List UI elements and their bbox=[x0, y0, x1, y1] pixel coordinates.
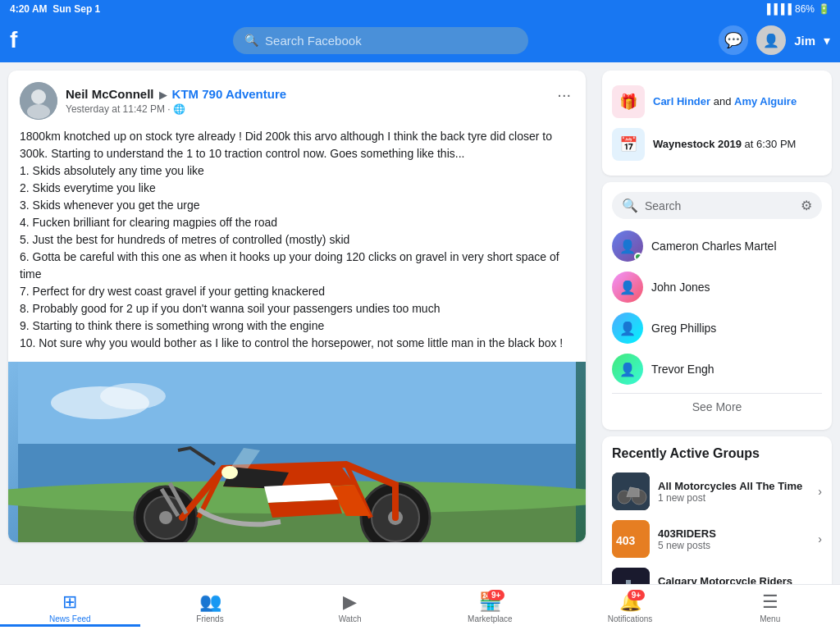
contacts-settings-button[interactable]: ⚙ bbox=[801, 198, 812, 213]
contacts-card: 🔍 ⚙ 👤 Cameron Charles Martel 👤 John Jone… bbox=[602, 182, 832, 430]
post-card: Neil McConnell ▶ KTM 790 Adventure Yeste… bbox=[8, 71, 586, 542]
nav-item-friends[interactable]: 👥 Friends bbox=[140, 588, 281, 627]
watch-label: Watch bbox=[339, 614, 362, 623]
feed: Neil McConnell ▶ KTM 790 Adventure Yeste… bbox=[0, 62, 594, 584]
notifications-label: Notifications bbox=[608, 614, 652, 623]
post-author-info: Neil McConnell ▶ KTM 790 Adventure Yeste… bbox=[20, 82, 286, 120]
status-right: ▐▐▐▐ 86% 🔋 bbox=[764, 3, 830, 15]
see-more-button[interactable]: See More bbox=[612, 393, 822, 420]
messenger-button[interactable]: 💬 bbox=[719, 25, 748, 55]
contact-name-john: John Jones bbox=[651, 281, 710, 294]
avatar[interactable]: 👤 bbox=[756, 25, 786, 55]
group-thumb-calgary bbox=[612, 568, 650, 584]
birthday-event[interactable]: 🎁 Carl Hinder and Amy Alguire bbox=[612, 80, 822, 123]
nav-item-watch[interactable]: ▶ Watch bbox=[280, 588, 420, 627]
group-thumb-403: 403 bbox=[612, 520, 650, 558]
group-info-motorcycles: All Motorcycles All The Time 1 new post bbox=[658, 480, 810, 504]
chevron-right-icon-403: › bbox=[818, 532, 822, 546]
svg-text:403: 403 bbox=[616, 534, 636, 547]
contact-avatar-cameron: 👤 bbox=[612, 231, 643, 262]
event-text: Waynestock 2019 at 6:30 PM bbox=[653, 137, 796, 152]
watch-icon: ▶ bbox=[343, 591, 357, 613]
news-feed-icon: ⊞ bbox=[62, 591, 77, 613]
post-author-line: Neil McConnell ▶ KTM 790 Adventure bbox=[66, 87, 286, 102]
group-name-403: 403RIDERS bbox=[658, 527, 810, 540]
menu-icon: ☰ bbox=[762, 591, 778, 613]
contact-avatar-greg: 👤 bbox=[612, 313, 643, 344]
chevron-down-button[interactable]: ▾ bbox=[824, 33, 830, 48]
contact-avatar-john: 👤 bbox=[612, 272, 643, 303]
calendar-icon: 📅 bbox=[612, 128, 645, 161]
svg-point-1 bbox=[31, 89, 46, 104]
search-friends-bar[interactable]: 🔍 ⚙ bbox=[612, 192, 822, 219]
post-meta: Yesterday at 11:42 PM · 🌐 bbox=[66, 103, 286, 115]
post-author-avatar bbox=[20, 82, 57, 120]
bottom-nav: ⊞ News Feed 👥 Friends ▶ Watch 9+ 🏪 Marke… bbox=[0, 584, 840, 630]
group-posts-motorcycles: 1 new post bbox=[658, 492, 810, 504]
friends-label: Friends bbox=[196, 614, 223, 623]
group-calgary[interactable]: Calgary Motorcycle Riders 8 new posts › bbox=[612, 563, 822, 584]
nav-item-marketplace[interactable]: 9+ 🏪 Marketplace bbox=[420, 588, 560, 627]
post-group[interactable]: KTM 790 Adventure bbox=[172, 87, 286, 101]
contact-john[interactable]: 👤 John Jones bbox=[612, 267, 822, 308]
contact-name-trevor: Trevor Engh bbox=[651, 363, 714, 376]
active-indicator bbox=[0, 624, 140, 627]
post-author-name[interactable]: Neil McConnell bbox=[66, 87, 154, 101]
group-motorcycles[interactable]: All Motorcycles All The Time 1 new post … bbox=[612, 468, 822, 515]
status-bar: 4:20 AM Sun Sep 1 ▐▐▐▐ 86% 🔋 bbox=[0, 0, 840, 18]
birthday-person1: Carl Hinder bbox=[653, 95, 710, 107]
online-indicator bbox=[634, 253, 642, 261]
chevron-right-icon: › bbox=[818, 485, 822, 498]
contact-greg[interactable]: 👤 Greg Phillips bbox=[612, 308, 822, 349]
sidebar: 🎁 Carl Hinder and Amy Alguire 📅 Waynesto… bbox=[594, 62, 840, 584]
svg-point-8 bbox=[100, 383, 166, 409]
status-time: 4:20 AM Sun Sep 1 bbox=[10, 3, 100, 15]
events-card: 🎁 Carl Hinder and Amy Alguire 📅 Waynesto… bbox=[602, 71, 832, 176]
user-name: Jim bbox=[794, 34, 815, 48]
search-friends-input[interactable] bbox=[645, 199, 794, 212]
friends-icon: 👥 bbox=[199, 591, 221, 613]
search-bar[interactable]: 🔍 bbox=[233, 27, 528, 54]
groups-card: Recently Active Groups All Motorcycles A… bbox=[602, 436, 832, 584]
event-name: Waynestock 2019 bbox=[653, 138, 742, 150]
post-body: 1800km knotched up on stock tyre already… bbox=[8, 128, 586, 362]
messenger-icon: 💬 bbox=[724, 31, 742, 49]
post-author-details: Neil McConnell ▶ KTM 790 Adventure Yeste… bbox=[66, 87, 286, 115]
header-actions: 💬 👤 Jim ▾ bbox=[719, 25, 830, 55]
post-more-button[interactable]: ··· bbox=[554, 82, 574, 107]
nav-item-news-feed[interactable]: ⊞ News Feed bbox=[0, 588, 140, 627]
group-403[interactable]: 403 403RIDERS 5 new posts › bbox=[612, 515, 822, 563]
facebook-logo: f bbox=[10, 27, 43, 53]
contact-cameron[interactable]: 👤 Cameron Charles Martel bbox=[612, 226, 822, 267]
svg-point-11 bbox=[159, 511, 172, 524]
nav-item-notifications[interactable]: 9+ 🔔 Notifications bbox=[560, 588, 701, 627]
nav-item-menu[interactable]: ☰ Menu bbox=[700, 588, 840, 627]
group-name-motorcycles: All Motorcycles All The Time bbox=[658, 480, 810, 492]
birthday-icon: 🎁 bbox=[612, 85, 645, 118]
contact-trevor[interactable]: 👤 Trevor Engh bbox=[612, 349, 822, 390]
contact-avatar-trevor: 👤 bbox=[612, 354, 643, 385]
svg-point-15 bbox=[221, 466, 238, 479]
post-header: Neil McConnell ▶ KTM 790 Adventure Yeste… bbox=[8, 71, 586, 128]
notifications-badge: 9+ bbox=[628, 590, 645, 600]
signal-icon: ▐▐▐▐ bbox=[764, 3, 792, 15]
marketplace-label: Marketplace bbox=[468, 614, 512, 623]
news-feed-label: News Feed bbox=[49, 614, 91, 623]
group-posts-403: 5 new posts bbox=[658, 540, 810, 551]
group-info-403: 403RIDERS 5 new posts bbox=[658, 527, 810, 551]
marketplace-badge: 9+ bbox=[487, 590, 504, 600]
search-friends-icon: 🔍 bbox=[622, 198, 638, 213]
avatar-emoji: 👤 bbox=[763, 33, 779, 48]
group-info-calgary: Calgary Motorcycle Riders 8 new posts bbox=[658, 575, 810, 585]
group-thumb-motorcycles bbox=[612, 472, 650, 510]
battery-level: 86% bbox=[795, 3, 815, 15]
group-name-calgary: Calgary Motorcycle Riders bbox=[658, 575, 810, 585]
contact-name-cameron: Cameron Charles Martel bbox=[651, 240, 777, 253]
search-input[interactable] bbox=[265, 34, 517, 48]
calendar-event[interactable]: 📅 Waynestock 2019 at 6:30 PM bbox=[612, 123, 822, 166]
header: f 🔍 💬 👤 Jim ▾ bbox=[0, 18, 840, 62]
battery-icon: 🔋 bbox=[818, 3, 830, 15]
search-icon: 🔍 bbox=[244, 34, 258, 47]
menu-label: Menu bbox=[760, 614, 780, 623]
birthday-person2: Amy Alguire bbox=[734, 95, 797, 107]
